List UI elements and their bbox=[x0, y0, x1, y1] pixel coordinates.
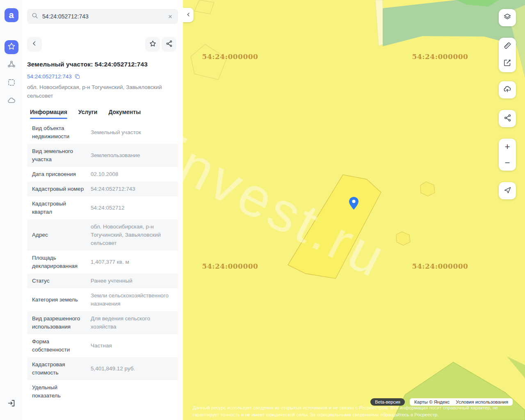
table-row: СтатусРанее учтенный bbox=[27, 274, 178, 288]
page-title: Земельный участок: 54:24:052712:743 bbox=[27, 61, 176, 68]
draw-edit-button[interactable] bbox=[499, 55, 516, 72]
app-logo[interactable]: a bbox=[5, 8, 18, 22]
tab-documents[interactable]: Документы bbox=[108, 109, 141, 119]
zoom-in-button[interactable]: + bbox=[499, 139, 516, 155]
exit-icon bbox=[7, 399, 16, 409]
share-icon bbox=[503, 114, 512, 124]
copy-icon[interactable] bbox=[74, 73, 80, 80]
collapse-panel-button[interactable] bbox=[183, 8, 194, 22]
zoom-out-button[interactable]: − bbox=[499, 155, 516, 171]
layers-icon bbox=[503, 12, 512, 23]
locate-control bbox=[499, 182, 516, 199]
yandex-copyright-link[interactable]: Карты © Яндекс bbox=[414, 399, 450, 404]
clear-search-icon[interactable]: × bbox=[167, 12, 174, 21]
search-bar: × bbox=[27, 9, 178, 24]
star-icon bbox=[7, 42, 16, 52]
table-row: Кадастровый квартал54:24:052712 bbox=[27, 196, 178, 219]
layers-button[interactable] bbox=[499, 9, 516, 26]
map-share-button[interactable] bbox=[499, 110, 516, 127]
measure-draw-control bbox=[499, 38, 516, 72]
tab-services[interactable]: Услуги bbox=[78, 109, 98, 119]
table-row: Кадастровый номер54:24:052712:743 bbox=[27, 182, 178, 196]
panel-header bbox=[27, 37, 176, 52]
search-icon bbox=[31, 12, 39, 21]
upload-control bbox=[499, 81, 516, 98]
table-row: Вид объекта недвижимостиЗемельный участо… bbox=[27, 121, 178, 144]
table-row: Вид земельного участкаЗемлепользование bbox=[27, 144, 178, 167]
sidebar-item-favorites[interactable] bbox=[5, 40, 18, 54]
cadastral-number-row: 54:24:052712:743 bbox=[27, 73, 176, 80]
cadastral-number-link[interactable]: 54:24:052712:743 bbox=[27, 73, 72, 80]
icon-rail: a bbox=[0, 0, 23, 420]
table-row: Адресобл. Новосибирская, р-н Тогучинский… bbox=[27, 219, 178, 251]
table-row: Форма собственностиЧастная bbox=[27, 334, 178, 357]
table-row: Категория земельЗемли сельскохозяйственн… bbox=[27, 288, 178, 311]
star-outline-icon bbox=[149, 40, 157, 49]
logo-glyph: a bbox=[9, 10, 14, 21]
object-panel: × Земельный участок: 54:24:052712:743 54… bbox=[23, 0, 183, 420]
edit-icon bbox=[503, 58, 512, 69]
login-exit-button[interactable] bbox=[5, 397, 18, 411]
chevron-left-icon bbox=[31, 40, 38, 48]
graph-nodes-icon bbox=[7, 60, 16, 71]
terms-of-use-link[interactable]: Условия использования bbox=[456, 399, 508, 404]
search-input[interactable] bbox=[42, 13, 167, 20]
object-address: обл. Новосибирская, р-н Тогучинский, Зав… bbox=[27, 83, 176, 100]
table-row: Кадастровая стоимость5,401,849.12 руб. bbox=[27, 357, 178, 380]
tab-information[interactable]: Информация bbox=[30, 109, 67, 119]
sidebar-item-area-select[interactable] bbox=[5, 76, 18, 90]
tab-bar: Информация Услуги Документы bbox=[30, 109, 176, 119]
locate-button[interactable] bbox=[499, 182, 516, 199]
share-button[interactable] bbox=[162, 37, 176, 52]
share-icon bbox=[165, 40, 173, 49]
sidebar-item-layers-cloud[interactable] bbox=[5, 94, 18, 108]
navigate-arrow-icon bbox=[503, 186, 512, 196]
disclaimer-text: Данный ресурс использует сведения из отк… bbox=[193, 404, 512, 418]
table-row: Дата присвоения02.10.2008 bbox=[27, 167, 178, 182]
cloud-upload-icon bbox=[503, 84, 512, 95]
table-row: Вид разрешенного использованияДля ведени… bbox=[27, 311, 178, 334]
area-select-icon bbox=[7, 78, 16, 89]
map-canvas[interactable]: binvest.ru 54:24:000000 54:24:000000 54:… bbox=[183, 0, 525, 420]
back-button[interactable] bbox=[27, 37, 42, 52]
layers-control bbox=[499, 9, 516, 26]
cadastral-map-app: a × bbox=[0, 0, 525, 420]
zoom-control: + − bbox=[499, 139, 516, 171]
share-control bbox=[499, 110, 516, 127]
ruler-icon bbox=[503, 41, 512, 52]
table-row: Площадь декларированная1,407,377 кв. м bbox=[27, 251, 178, 274]
sidebar-item-objects[interactable] bbox=[5, 58, 18, 72]
favorite-button[interactable] bbox=[145, 37, 160, 52]
chevron-left-icon bbox=[186, 11, 191, 19]
ruler-button[interactable] bbox=[499, 38, 516, 55]
table-row: Удельный показатель bbox=[27, 380, 178, 403]
info-table: Вид объекта недвижимостиЗемельный участо… bbox=[27, 121, 178, 403]
cloud-upload-button[interactable] bbox=[499, 81, 516, 98]
cloud-icon bbox=[7, 96, 16, 107]
map-pin-icon[interactable] bbox=[349, 197, 358, 211]
